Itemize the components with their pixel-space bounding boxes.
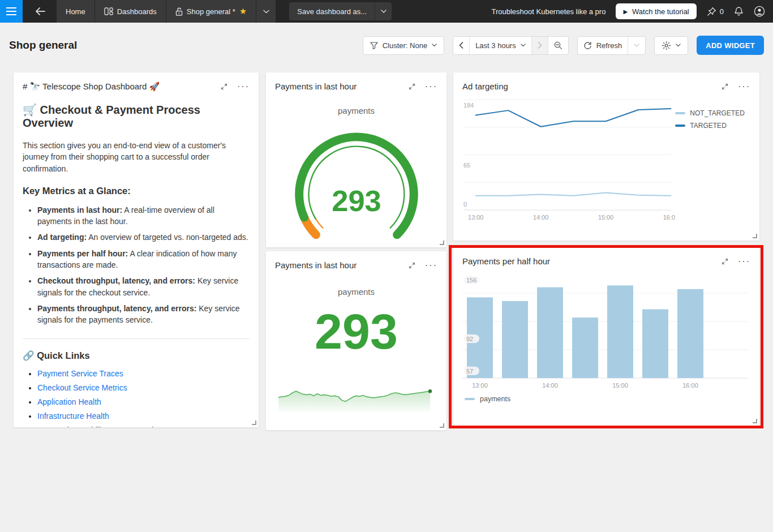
resize-handle[interactable] — [252, 421, 256, 425]
ad-targeting-widget: Ad targeting ··· 18465013:0014:0015:0016… — [453, 72, 759, 241]
zoom-out-time-button[interactable] — [548, 37, 568, 54]
link-checkout-service-metrics[interactable]: Checkout Service Metrics — [37, 383, 127, 392]
back-button[interactable] — [31, 2, 50, 21]
filter-icon — [370, 42, 378, 49]
link-payment-service-traces[interactable]: Payment Service Traces — [37, 369, 123, 378]
expand-icon[interactable] — [408, 261, 416, 269]
chevron-down-icon — [263, 10, 269, 14]
legend-label: payments — [480, 395, 510, 403]
refresh-button[interactable]: Refresh — [578, 37, 629, 54]
legend-swatch — [675, 125, 685, 127]
legend-item: TARGETED — [675, 122, 755, 130]
expand-icon[interactable] — [408, 83, 416, 91]
link-suse-observability-docs[interactable]: SUSE Observability Documentation — [37, 426, 162, 427]
widget-title: Payments per half hour — [462, 256, 721, 266]
list-item: Application Health — [37, 397, 250, 406]
widget-menu-icon[interactable]: ··· — [738, 259, 750, 264]
expand-icon[interactable] — [721, 258, 729, 265]
chevron-down-icon — [521, 44, 526, 47]
markdown-widget: # 🔭 Telescope Shop Dashboard 🚀 ··· 🛒 Che… — [14, 72, 259, 427]
metrics-list: Payments in last hour: A real-time overv… — [23, 204, 250, 326]
refresh-icon — [583, 41, 592, 50]
widget-menu-icon[interactable]: ··· — [425, 84, 437, 89]
svg-text:92: 92 — [466, 336, 473, 342]
save-dashboard-as-label: Save dashboard as... — [297, 7, 367, 16]
payments-gauge-widget: Payments in last hour ··· payments 293 — [266, 72, 446, 247]
list-item: Payments per half hour: A clear indicati… — [37, 248, 250, 271]
markdown-heading: 🛒 Checkout & Payment Process Overview — [23, 103, 250, 130]
watch-tutorial-button[interactable]: ▶ Watch the tutorial — [616, 3, 696, 19]
page-title: Shop general — [9, 39, 77, 52]
ad-targeting-chart: 18465013:0014:0015:0016:00 — [459, 95, 675, 226]
header-toolbar: Cluster: None Last 3 hours — [363, 36, 764, 55]
bell-icon — [734, 6, 744, 16]
page-header: Shop general Cluster: None Last 3 hours — [0, 23, 773, 68]
legend-label: TARGETED — [690, 122, 726, 130]
refresh-options-button[interactable] — [628, 37, 645, 54]
list-item: Infrastructure Health — [37, 411, 250, 421]
add-widget-button[interactable]: ADD WIDGET — [697, 36, 764, 55]
expand-icon[interactable] — [220, 83, 228, 91]
favorite-star-icon[interactable]: ★ — [239, 6, 247, 16]
widget-menu-icon[interactable]: ··· — [425, 263, 437, 268]
dashboard-page: Home Dashboards Shop general * ★ Save da… — [0, 0, 773, 532]
svg-text:184: 184 — [463, 102, 474, 109]
resize-handle[interactable] — [440, 423, 444, 428]
hamburger-menu-button[interactable] — [0, 0, 23, 23]
time-range-label: Last 3 hours — [475, 41, 516, 50]
svg-text:14:00: 14:00 — [533, 214, 548, 221]
refresh-group: Refresh — [577, 36, 646, 55]
save-dashboard-as-button[interactable]: Save dashboard as... — [289, 2, 375, 20]
tab-home-label: Home — [66, 7, 85, 16]
widget-title: Payments in last hour — [275, 81, 408, 91]
dashboard-settings-button[interactable] — [654, 36, 688, 55]
save-dashboard-dropdown-button[interactable] — [375, 2, 392, 20]
watch-tutorial-label: Watch the tutorial — [632, 7, 689, 16]
metrics-heading: Key Metrics at a Glance: — [23, 186, 250, 196]
time-back-button[interactable] — [453, 37, 470, 54]
resize-handle[interactable] — [440, 241, 444, 245]
tab-home[interactable]: Home — [57, 0, 95, 23]
svg-text:15:00: 15:00 — [598, 214, 613, 221]
divider — [23, 338, 250, 339]
payments-per-half-hour-widget: Payments per half hour ··· 156925713:001… — [453, 247, 759, 426]
link-infrastructure-health[interactable]: Infrastructure Health — [37, 411, 109, 421]
cluster-filter-button[interactable]: Cluster: None — [363, 36, 444, 55]
user-avatar[interactable] — [754, 6, 765, 17]
svg-text:14:00: 14:00 — [542, 382, 558, 389]
widget-menu-icon[interactable]: ··· — [237, 84, 250, 89]
legend-swatch — [675, 112, 685, 114]
time-forward-button[interactable] — [532, 37, 548, 54]
chart-legend: NOT_TARGETED TARGETED — [675, 95, 755, 226]
svg-text:16:00: 16:00 — [682, 382, 698, 389]
tab-dashboards-label: Dashboards — [117, 7, 157, 16]
resize-handle[interactable] — [753, 419, 757, 423]
markdown-intro: This section gives you an end-to-end vie… — [23, 140, 250, 174]
link-application-health[interactable]: Application Health — [37, 397, 101, 406]
widget-menu-icon[interactable]: ··· — [738, 84, 750, 89]
tab-shop-general[interactable]: Shop general * ★ — [166, 0, 256, 23]
chevron-down-icon — [381, 10, 386, 13]
tabs-overflow-button[interactable] — [256, 0, 276, 23]
payments-bar-chart: 156925713:0014:0015:0016:00 — [462, 271, 750, 391]
navbar-tabs: Home Dashboards Shop general * ★ — [57, 0, 276, 23]
time-range-button[interactable]: Last 3 hours — [470, 37, 532, 54]
refresh-label: Refresh — [596, 41, 622, 50]
resize-handle[interactable] — [753, 234, 757, 238]
expand-icon[interactable] — [721, 83, 729, 91]
list-item: Ad targeting: An overview of targeted vs… — [37, 231, 250, 243]
pinned-items-button[interactable]: 0 — [707, 7, 724, 16]
chevron-down-icon — [634, 44, 639, 48]
svg-text:16:00: 16:00 — [663, 214, 676, 221]
play-icon: ▶ — [623, 8, 628, 15]
metric-label: payments — [266, 287, 446, 297]
notifications-button[interactable] — [734, 6, 744, 16]
legend-label: NOT_TARGETED — [690, 109, 744, 117]
tab-dashboards[interactable]: Dashboards — [95, 0, 166, 23]
payments-sparkline-chart — [277, 379, 435, 413]
svg-text:156: 156 — [466, 277, 476, 284]
pin-count: 0 — [720, 7, 724, 16]
unlock-icon — [175, 7, 183, 16]
legend-item: NOT_TARGETED — [675, 109, 755, 117]
svg-text:15:00: 15:00 — [612, 382, 628, 389]
